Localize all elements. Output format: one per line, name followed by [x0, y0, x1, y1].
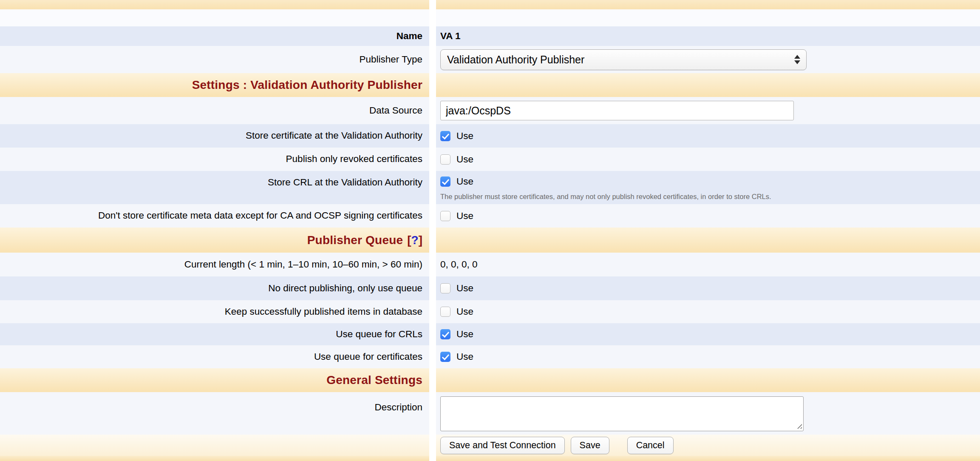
- column-gap: [429, 300, 436, 323]
- store-crl-note: The publisher must store certificates, a…: [440, 192, 771, 201]
- dont-store-metadata-label: Don't store certificate meta data except…: [98, 210, 422, 222]
- spacer-row: [0, 9, 980, 26]
- column-gap: [429, 368, 436, 392]
- data-source-label: Data Source: [369, 105, 422, 117]
- description-textarea[interactable]: [440, 396, 804, 431]
- settings-section-title: Settings : Validation Authority Publishe…: [192, 78, 422, 92]
- use-queue-certificates-row: Use queue for certificates Use: [0, 345, 980, 368]
- no-direct-publishing-checkbox[interactable]: [440, 283, 450, 293]
- column-gap: [429, 0, 436, 9]
- save-button[interactable]: Save: [571, 437, 609, 454]
- column-gap: [429, 124, 436, 148]
- top-band: [0, 0, 980, 9]
- use-queue-crls-label: Use queue for CRLs: [336, 328, 422, 340]
- name-value: VA 1: [440, 31, 461, 42]
- store-certificate-row: Store certificate at the Validation Auth…: [0, 124, 980, 148]
- use-label: Use: [456, 211, 473, 222]
- current-length-label: Current length (< 1 min, 1–10 min, 10–60…: [184, 259, 422, 270]
- column-gap: [429, 46, 436, 73]
- column-gap: [429, 228, 436, 253]
- edit-publisher-page: Name VA 1 Publisher Type Validation Auth…: [0, 0, 980, 461]
- use-queue-crls-row: Use queue for CRLs Use: [0, 323, 980, 345]
- general-settings-title: General Settings: [326, 373, 422, 387]
- use-label: Use: [456, 283, 473, 294]
- use-queue-crls-checkbox[interactable]: [440, 329, 450, 339]
- use-label: Use: [456, 329, 473, 340]
- column-gap: [429, 97, 436, 124]
- data-source-row: Data Source: [0, 97, 980, 124]
- column-gap: [429, 26, 436, 46]
- column-gap: [429, 276, 436, 300]
- no-direct-publishing-row: No direct publishing, only use queue Use: [0, 276, 980, 300]
- chevron-down-icon: [794, 60, 800, 64]
- use-queue-certificates-label: Use queue for certificates: [314, 351, 422, 363]
- keep-published-items-checkbox[interactable]: [440, 307, 450, 317]
- use-label: Use: [456, 154, 473, 165]
- description-row: Description: [0, 392, 980, 435]
- select-stepper-icon: [794, 55, 803, 64]
- column-gap: [429, 253, 436, 276]
- publisher-type-row: Publisher Type Validation Authority Publ…: [0, 46, 980, 73]
- store-certificate-label: Store certificate at the Validation Auth…: [246, 130, 422, 142]
- store-certificate-checkbox[interactable]: [440, 131, 450, 141]
- column-gap: [429, 204, 436, 228]
- no-direct-publishing-label: No direct publishing, only use queue: [268, 282, 422, 294]
- publisher-type-label: Publisher Type: [360, 54, 422, 65]
- dont-store-metadata-row: Don't store certificate meta data except…: [0, 204, 980, 228]
- name-row: Name VA 1: [0, 26, 980, 46]
- keep-published-items-label: Keep successfully published items in dat…: [225, 306, 422, 318]
- description-label: Description: [374, 401, 422, 413]
- bottom-band: [0, 456, 980, 461]
- use-label: Use: [456, 176, 473, 187]
- column-gap: [429, 345, 436, 368]
- use-queue-certificates-checkbox[interactable]: [440, 352, 450, 362]
- cancel-button[interactable]: Cancel: [627, 437, 674, 454]
- column-gap: [429, 435, 436, 456]
- column-gap: [429, 148, 436, 171]
- publisher-type-selected-value: Validation Authority Publisher: [447, 54, 794, 66]
- store-crl-label: Store CRL at the Validation Authority: [268, 176, 422, 188]
- dont-store-metadata-checkbox[interactable]: [440, 211, 450, 221]
- actions-row: Save and Test Connection Save Cancel: [0, 435, 980, 456]
- save-and-test-connection-button[interactable]: Save and Test Connection: [440, 437, 565, 454]
- column-gap: [429, 456, 436, 461]
- use-label: Use: [456, 131, 473, 142]
- column-gap: [429, 171, 436, 204]
- publish-only-revoked-label: Publish only revoked certificates: [286, 153, 422, 165]
- store-crl-row: Store CRL at the Validation Authority Us…: [0, 171, 980, 204]
- publish-only-revoked-row: Publish only revoked certificates Use: [0, 148, 980, 171]
- column-gap: [429, 9, 436, 26]
- current-length-value: 0, 0, 0, 0: [440, 259, 478, 270]
- column-gap: [429, 323, 436, 345]
- store-crl-checkbox[interactable]: [440, 176, 450, 187]
- help-question-icon: ?: [411, 233, 419, 247]
- column-gap: [429, 73, 436, 97]
- chevron-up-icon: [794, 55, 800, 59]
- publish-only-revoked-checkbox[interactable]: [440, 154, 450, 165]
- publisher-queue-header: Publisher Queue [?]: [0, 228, 980, 253]
- name-label: Name: [397, 30, 422, 42]
- current-length-row: Current length (< 1 min, 1–10 min, 10–60…: [0, 253, 980, 276]
- publisher-queue-title: Publisher Queue: [307, 233, 403, 247]
- column-gap: [429, 392, 436, 435]
- use-label: Use: [456, 306, 473, 317]
- data-source-input[interactable]: [440, 101, 794, 120]
- keep-published-items-row: Keep successfully published items in dat…: [0, 300, 980, 323]
- use-label: Use: [456, 351, 473, 362]
- publisher-type-select[interactable]: Validation Authority Publisher: [440, 49, 807, 70]
- settings-section-header: Settings : Validation Authority Publishe…: [0, 73, 980, 97]
- general-settings-header: General Settings: [0, 368, 980, 392]
- queue-help-link[interactable]: [?]: [407, 233, 422, 247]
